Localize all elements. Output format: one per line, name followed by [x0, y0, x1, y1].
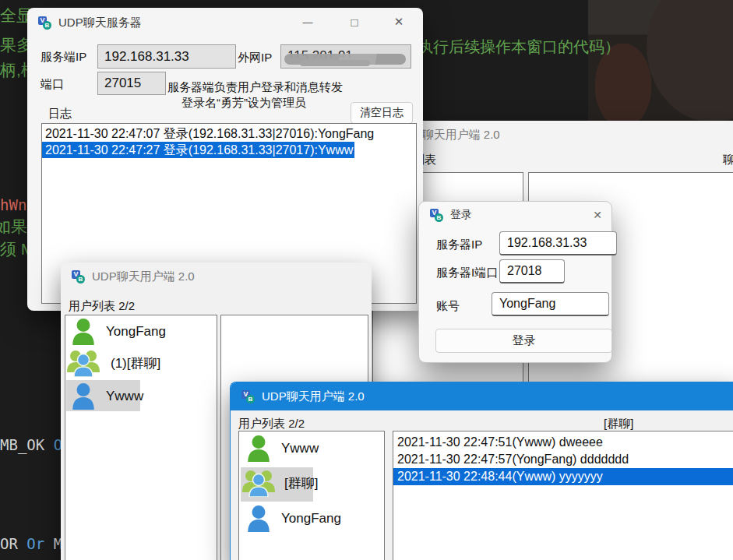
login-server-ip-input[interactable]: 192.168.31.33 [499, 231, 617, 255]
port-field[interactable]: 27015 [97, 72, 166, 95]
chat-message-selected[interactable]: 2021-11-30 22:48:44(Ywww) yyyyyyy [393, 468, 733, 485]
server-note-2: 登录名“勇芳”设为管理员 [181, 96, 306, 111]
clear-log-button[interactable]: 清空日志 [351, 102, 413, 124]
person-green-icon [70, 318, 97, 346]
group-icon [67, 349, 100, 377]
port-label: 端口 [41, 77, 64, 92]
user-row[interactable]: (1)[群聊] [67, 349, 160, 377]
bg-code-line: OR Or M [0, 535, 62, 552]
server-ip-field[interactable]: 192.168.31.33 [97, 44, 236, 69]
vb-app-icon: VB [241, 390, 255, 403]
user-name: YongFang [281, 511, 341, 527]
chat-message[interactable]: 2021-11-30 22:47:57(YongFang) ddddddd [393, 451, 733, 468]
client-window-active: VB UDP聊天用户端 2.0 用户列表 2/2 [群聊] Ywww [群聊] … [230, 382, 733, 560]
vb-app-icon: VB [72, 270, 85, 284]
mid-user-listbox[interactable]: YongFang (1)[群聊] Ywww [65, 315, 217, 560]
login-button[interactable]: 登录 [435, 329, 612, 353]
desktop: 全显示 果多 柄,框 hWnd 如果多 须 M MB_OK Or OR Or M… [0, 0, 733, 560]
wan-ip-label: 外网IP [238, 51, 272, 65]
user-name: Ywww [281, 441, 319, 456]
user-row-selected[interactable]: [群聊] [242, 469, 318, 497]
login-titlebar[interactable]: VB 登录 [419, 202, 611, 228]
code-token: Or [26, 535, 44, 552]
active-chat-listbox[interactable]: 2021-11-30 22:47:51(Ywww) dweeee 2021-11… [393, 431, 733, 560]
vb-app-icon: VB [38, 16, 51, 30]
user-name: (1)[群聊] [111, 354, 160, 372]
person-green-icon [245, 435, 272, 463]
background-artwork [588, 0, 733, 126]
active-user-listbox[interactable]: Ywww [群聊] YongFang [238, 431, 385, 560]
chat-log-label: 聊天记录 [723, 153, 733, 167]
bg-comment: 执行后续操作本窗口的代码） [418, 37, 620, 58]
user-row[interactable]: YongFang [70, 318, 166, 346]
login-server-port-label: 服务器I端口 [436, 266, 498, 280]
wan-ip-field[interactable]: 115.201.91 [280, 44, 411, 69]
chat-message[interactable]: 2021-11-30 22:47:51(Ywww) dweeee [393, 434, 733, 451]
server-note-1: 服务器端负责用户登录和消息转发 [167, 80, 343, 95]
login-server-port-input[interactable]: 27018 [499, 259, 565, 284]
login-server-ip-label: 服务器IP [436, 238, 482, 252]
user-list-label: 用户列表 2/2 [238, 417, 305, 431]
log-entry-selected[interactable]: 2021-11-30 22:47:27 登录(192.168.31.33|270… [42, 142, 354, 158]
window-title: UDP聊天用户端 2.0 [92, 269, 195, 284]
code-token: OR [0, 535, 26, 552]
code-token: MB_OK [0, 436, 54, 453]
user-name: Ywww [106, 389, 143, 404]
chat-target-label: [群聊] [604, 417, 633, 431]
user-list-label: 用户列表 2/2 [69, 299, 135, 314]
log-entry[interactable]: 2021-11-30 22:47:07 登录(192.168.31.33|270… [42, 125, 416, 142]
server-ip-label: 服务端IP [41, 50, 86, 65]
redaction-scribble [300, 60, 370, 66]
user-row[interactable]: Ywww [245, 435, 319, 463]
close-icon[interactable]: ✕ [386, 11, 411, 33]
maximize-icon[interactable]: □ [342, 11, 367, 33]
vb-app-icon: VB [430, 209, 443, 222]
login-account-label: 账号 [436, 299, 460, 314]
log-label: 日志 [48, 107, 72, 122]
person-blue-icon [245, 505, 272, 533]
person-blue-icon [70, 382, 97, 410]
close-icon[interactable]: ✕ [585, 204, 610, 226]
group-icon [242, 469, 275, 497]
client-active-titlebar[interactable]: VB UDP聊天用户端 2.0 [231, 382, 733, 410]
window-title: UDP聊天用户端 2.0 [262, 389, 365, 404]
user-name: [群聊] [284, 474, 318, 492]
minimize-icon[interactable]: — [295, 11, 320, 33]
user-name: YongFang [106, 324, 166, 340]
window-title: 登录 [450, 208, 472, 222]
user-row-selected[interactable]: Ywww [70, 382, 143, 410]
window-title: UDP聊天服务器 [58, 16, 142, 30]
user-row[interactable]: YongFang [245, 505, 341, 533]
client-mid-titlebar[interactable]: VB UDP聊天用户端 2.0 [61, 262, 372, 291]
code-token: M [44, 535, 62, 552]
login-dialog: VB 登录 ✕ 服务器IP 192.168.31.33 服务器I端口 27018… [418, 201, 612, 363]
login-account-input[interactable]: YongFang [492, 292, 609, 316]
